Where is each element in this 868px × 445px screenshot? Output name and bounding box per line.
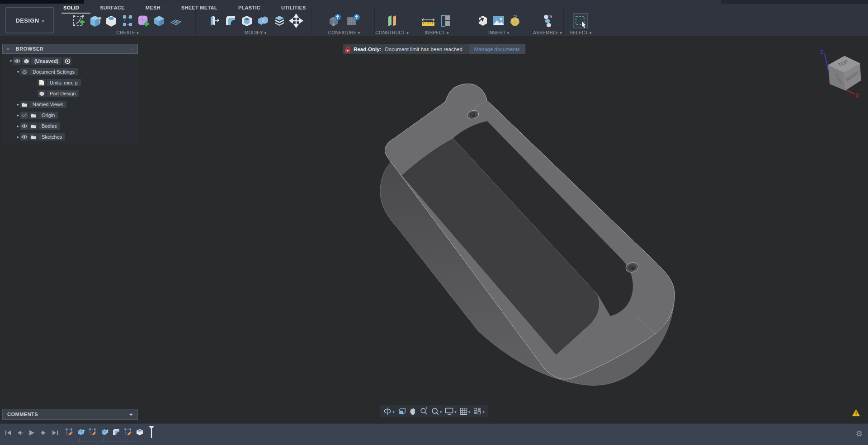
visibility-eye-icon[interactable] — [13, 57, 21, 65]
configure-component-icon[interactable] — [327, 13, 343, 28]
create-group-label[interactable]: CREATE — [116, 30, 138, 35]
select-group-label[interactable]: SELECT — [570, 30, 591, 35]
construct-group-label[interactable]: CONSTRUCT — [375, 30, 408, 35]
timeline-extrude-feature[interactable] — [100, 427, 109, 436]
construction-plane-icon[interactable] — [385, 14, 399, 28]
create-form-icon[interactable] — [136, 14, 150, 28]
display-settings-tool[interactable] — [445, 407, 457, 415]
orbit-tool[interactable] — [383, 407, 395, 415]
chevron-expanded-icon[interactable]: ▾ — [16, 70, 20, 74]
chevron-collapsed-icon[interactable]: ▸ — [16, 102, 20, 107]
row-label[interactable]: Named Views — [29, 101, 66, 108]
go-to-start-button[interactable] — [4, 428, 13, 437]
timeline-sketch-feature[interactable] — [123, 427, 132, 436]
chevron-collapsed-icon[interactable]: ▸ — [16, 124, 20, 128]
row-label[interactable]: Units: mm, g — [47, 79, 81, 86]
modify-group-label[interactable]: MODIFY — [245, 30, 266, 35]
chevron-down-icon — [454, 407, 457, 415]
timeline-fillet-feature[interactable] — [112, 427, 121, 436]
zoom-tool[interactable] — [420, 407, 428, 415]
move-icon[interactable] — [288, 13, 304, 28]
browser-row-part-design[interactable]: Part Design — [2, 88, 138, 99]
insert-group-label[interactable]: INSERT — [488, 30, 509, 35]
canvas-image-icon[interactable] — [491, 14, 506, 28]
design-menu-button[interactable]: DESIGN — [5, 7, 54, 33]
browser-row-bodies[interactable]: ▸ Bodies — [2, 121, 138, 131]
hole-icon[interactable] — [104, 14, 118, 28]
browser-row-sketches[interactable]: ▸ Sketches — [2, 131, 138, 142]
browser-header[interactable]: « BROWSER – — [2, 44, 138, 54]
section-analysis-icon[interactable] — [438, 14, 453, 28]
fit-tool[interactable] — [431, 407, 442, 415]
create-sketch-icon[interactable] — [71, 14, 86, 28]
look-at-tool[interactable] — [398, 408, 406, 415]
play-button[interactable] — [27, 428, 36, 437]
browser-row-named-views[interactable]: ▸ Named Views — [2, 99, 138, 110]
browser-row-units[interactable]: Units: mm, g — [2, 77, 138, 88]
visibility-off-eye-icon[interactable] — [20, 112, 28, 119]
assemble-group-label[interactable]: ASSEMBLE — [533, 30, 562, 35]
configure-group-label[interactable]: CONFIGURE — [328, 30, 360, 35]
derive-icon[interactable] — [120, 14, 134, 28]
document-name-label[interactable]: (Unsaved) — [31, 57, 61, 65]
inspect-group-label[interactable]: INSPECT — [425, 30, 448, 35]
insert-derive-icon[interactable] — [475, 14, 490, 28]
browser-title: BROWSER — [16, 46, 44, 52]
tab-solid[interactable]: SOLID — [63, 5, 79, 10]
timeline-position-marker[interactable] — [147, 427, 156, 436]
add-comment-button[interactable]: + — [129, 411, 133, 418]
select-tool-icon[interactable] — [572, 13, 589, 29]
toolbar-group-select: SELECT — [566, 13, 595, 35]
browser-row-origin[interactable]: ▸ Origin — [2, 110, 138, 121]
chevron-expanded-icon[interactable]: ▾ — [9, 59, 13, 63]
units-document-icon — [38, 79, 46, 86]
tab-sheet-metal[interactable]: SHEET METAL — [181, 5, 217, 10]
press-pull-icon[interactable] — [207, 14, 222, 28]
collapse-panel-icon[interactable]: « — [6, 46, 9, 52]
visibility-eye-icon[interactable] — [20, 122, 28, 130]
tab-plastic[interactable]: PLASTIC — [238, 5, 260, 10]
chevron-collapsed-icon[interactable]: ▸ — [16, 135, 20, 139]
extrude-icon[interactable] — [88, 14, 102, 28]
pattern-icon[interactable] — [168, 14, 184, 27]
viewports-tool[interactable] — [473, 407, 485, 415]
read-only-banner: Read-Only: Document limit has been reach… — [343, 44, 525, 54]
warning-icon[interactable] — [852, 409, 860, 418]
tab-utilities[interactable]: UTILITIES — [281, 5, 306, 10]
view-cube[interactable]: Z X TOP RIGHT FRONT — [813, 46, 866, 99]
insert-mesh-icon[interactable] — [508, 14, 522, 28]
box-primitive-icon[interactable] — [152, 14, 166, 28]
row-label[interactable]: Part Design — [47, 90, 79, 97]
split-body-icon[interactable] — [272, 14, 287, 28]
step-forward-button[interactable] — [39, 428, 48, 437]
browser-row-document[interactable]: ▾ (Unsaved) — [2, 56, 138, 66]
step-back-button[interactable] — [15, 428, 24, 437]
row-label[interactable]: Origin — [38, 112, 58, 119]
timeline-sketch-feature[interactable] — [65, 427, 74, 436]
chevron-collapsed-icon[interactable]: ▸ — [16, 113, 20, 117]
row-label[interactable]: Sketches — [38, 133, 65, 141]
go-to-end-button[interactable] — [51, 428, 60, 437]
timeline-extrude-feature[interactable] — [76, 427, 85, 436]
visibility-eye-icon[interactable] — [20, 133, 28, 141]
tab-mesh[interactable]: MESH — [146, 5, 160, 10]
configure-table-icon[interactable] — [345, 13, 361, 28]
browser-row-document-settings[interactable]: ▾ ⚙ Document Settings — [2, 66, 138, 77]
row-label[interactable]: Document Settings — [29, 68, 78, 75]
active-component-radio-icon[interactable] — [63, 57, 71, 65]
timeline-hole-feature[interactable] — [135, 427, 144, 436]
row-label[interactable]: Bodies — [38, 122, 60, 130]
minimize-panel-icon[interactable]: – — [131, 46, 134, 52]
new-component-icon[interactable] — [540, 13, 555, 28]
measure-icon[interactable] — [420, 14, 436, 28]
tab-surface[interactable]: SURFACE — [100, 5, 125, 10]
timeline-sketch-feature[interactable] — [88, 427, 97, 436]
fillet-icon[interactable] — [223, 14, 238, 28]
manage-documents-link[interactable]: Manage documents — [469, 44, 525, 54]
grid-snap-tool[interactable] — [460, 407, 471, 415]
comments-panel[interactable]: COMMENTS + — [2, 409, 138, 420]
timeline-settings-gear-icon[interactable]: ⚙ — [856, 429, 863, 439]
pan-tool[interactable] — [409, 408, 416, 415]
shell-icon[interactable] — [240, 14, 254, 28]
combine-icon[interactable] — [256, 14, 270, 28]
